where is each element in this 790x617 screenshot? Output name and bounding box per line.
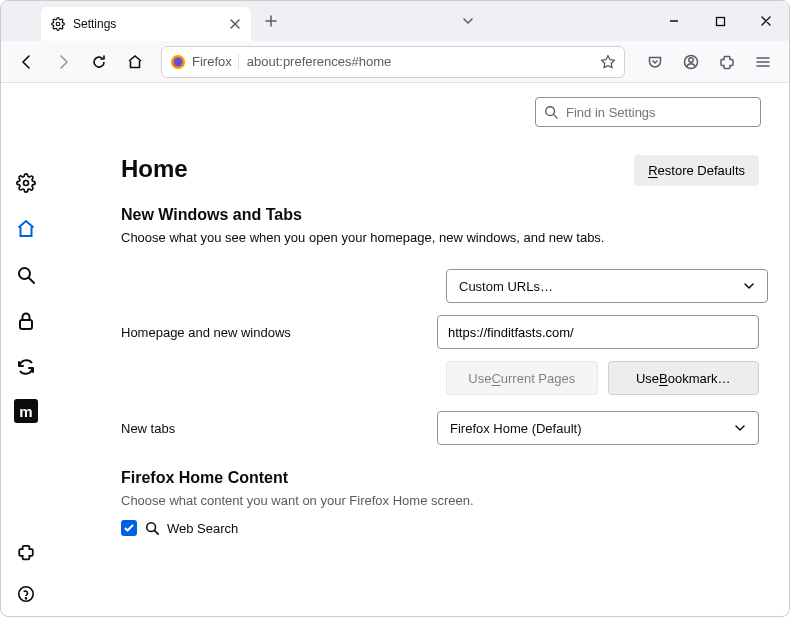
settings-sidebar: m [1, 83, 51, 617]
close-tab-icon[interactable] [229, 18, 241, 30]
web-search-label: Web Search [167, 521, 238, 536]
settings-main-panel: Home Restore Defaults New Windows and Ta… [51, 83, 789, 617]
firefox-logo-icon [170, 54, 186, 70]
newtabs-select-value: Firefox Home (Default) [450, 421, 581, 436]
page-title: Home [121, 155, 188, 183]
newtabs-label: New tabs [121, 421, 437, 436]
newtabs-select[interactable]: Firefox Home (Default) [437, 411, 759, 445]
menu-button[interactable] [747, 46, 779, 78]
window-maximize-button[interactable] [697, 1, 743, 41]
sidebar-item-help[interactable] [12, 580, 40, 608]
sidebar-item-privacy[interactable] [12, 307, 40, 335]
section-new-windows-desc: Choose what you see when you open your h… [121, 230, 759, 245]
sidebar-item-search[interactable] [12, 261, 40, 289]
section-home-content-desc: Choose what content you want on your Fir… [121, 493, 759, 508]
use-current-pages-button[interactable]: Use Current Pages [446, 361, 598, 395]
identity-label: Firefox [192, 54, 232, 69]
forward-button[interactable] [47, 46, 79, 78]
home-button[interactable] [119, 46, 151, 78]
homepage-mode-value: Custom URLs… [459, 279, 553, 294]
svg-rect-1 [716, 17, 724, 25]
svg-point-10 [25, 598, 26, 599]
account-button[interactable] [675, 46, 707, 78]
svg-point-6 [24, 181, 29, 186]
homepage-url-input[interactable] [437, 315, 759, 349]
bookmark-star-icon[interactable] [600, 54, 616, 70]
sidebar-item-general[interactable] [12, 169, 40, 197]
section-new-windows-title: New Windows and Tabs [121, 206, 759, 224]
section-home-content-title: Firefox Home Content [121, 469, 759, 487]
search-icon [145, 521, 159, 535]
sidebar-item-home[interactable] [12, 215, 40, 243]
pocket-button[interactable] [639, 46, 671, 78]
window-close-button[interactable] [743, 1, 789, 41]
tab-title: Settings [73, 17, 116, 31]
chevron-down-icon [734, 422, 746, 434]
restore-defaults-button[interactable]: Restore Defaults [634, 155, 759, 186]
use-bookmark-button[interactable]: Use Bookmark… [608, 361, 760, 395]
homepage-label: Homepage and new windows [121, 325, 437, 340]
sidebar-item-sync[interactable] [12, 353, 40, 381]
homepage-mode-select[interactable]: Custom URLs… [446, 269, 768, 303]
site-identity[interactable]: Firefox [170, 54, 239, 70]
url-bar[interactable]: Firefox about:preferences#home [161, 46, 625, 78]
tabs-dropdown-button[interactable] [450, 1, 486, 41]
svg-point-3 [174, 57, 183, 66]
sidebar-item-more[interactable]: m [14, 399, 38, 423]
window-minimize-button[interactable] [651, 1, 697, 41]
find-in-settings[interactable] [535, 97, 761, 127]
svg-point-0 [56, 22, 60, 26]
search-icon [544, 105, 558, 119]
chevron-down-icon [743, 280, 755, 292]
browser-tab[interactable]: Settings [41, 7, 251, 41]
gear-icon [51, 17, 65, 31]
extensions-button[interactable] [711, 46, 743, 78]
url-text: about:preferences#home [247, 54, 592, 69]
svg-rect-8 [20, 320, 32, 329]
sidebar-item-extensions[interactable] [12, 538, 40, 566]
navigation-toolbar: Firefox about:preferences#home [1, 41, 789, 83]
new-tab-button[interactable] [257, 7, 285, 35]
find-in-settings-input[interactable] [566, 105, 752, 120]
back-button[interactable] [11, 46, 43, 78]
web-search-checkbox[interactable] [121, 520, 137, 536]
svg-point-5 [689, 57, 693, 61]
title-bar: Settings [1, 1, 789, 41]
reload-button[interactable] [83, 46, 115, 78]
